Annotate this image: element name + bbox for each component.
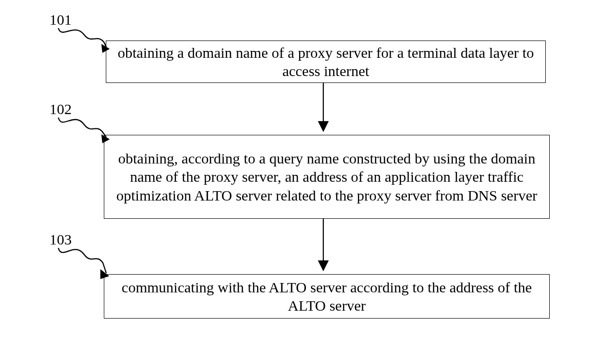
squiggle-pointer-101 [58, 28, 106, 47]
flowchart-arrows [0, 0, 613, 364]
squiggle-arrowhead-103 [100, 269, 109, 279]
squiggle-pointer-102 [58, 118, 106, 137]
squiggle-pointer-103 [58, 248, 106, 273]
flowchart-canvas: 101 102 103 obtaining a domain name of a… [0, 0, 613, 364]
